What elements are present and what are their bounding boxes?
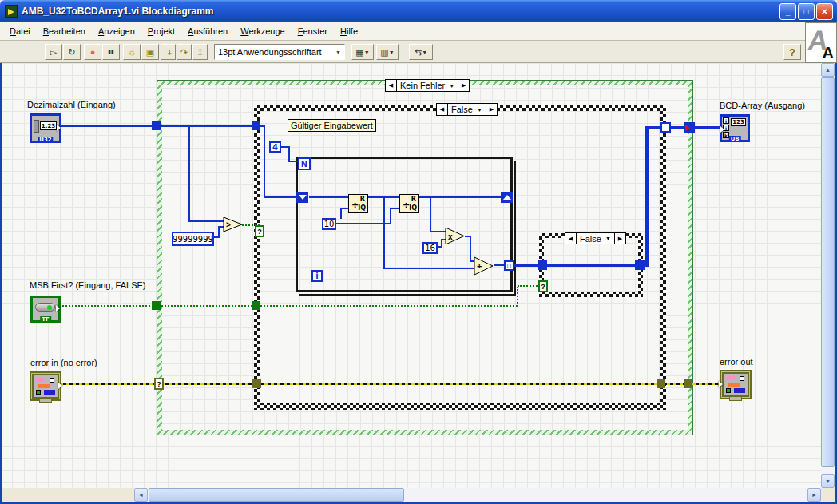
shift-register-right[interactable] <box>501 192 513 203</box>
menu-hilfe[interactable]: Hilfe <box>334 22 364 40</box>
scroll-left-button[interactable]: ◄ <box>134 488 148 502</box>
tunnel-boolean-inner[interactable] <box>252 301 260 310</box>
boolean-wire-segment[interactable] <box>517 287 518 307</box>
case-prev-icon[interactable]: ◀ <box>386 80 396 91</box>
vertical-scroll-thumb[interactable] <box>821 77 835 467</box>
scroll-down-button[interactable]: ▼ <box>821 474 835 488</box>
quotient-remainder-node-1[interactable]: ÷ R IQ <box>348 194 368 213</box>
minimize-button[interactable]: _ <box>779 3 796 20</box>
menu-fenster[interactable]: Fenster <box>292 22 334 40</box>
remainder2-wire-segment[interactable] <box>430 197 431 232</box>
tunnel-error-inner-right[interactable] <box>657 379 665 388</box>
case-next-icon[interactable]: ▶ <box>615 233 625 244</box>
tunnel-array-reverse-left[interactable] <box>538 260 547 270</box>
menu-datei[interactable]: Datei <box>3 22 37 40</box>
u32-wire-segment[interactable] <box>60 125 265 127</box>
run-continuous-icon[interactable]: ↻ <box>63 44 81 60</box>
step-over-icon[interactable]: ↷ <box>177 44 192 60</box>
constant-digit-count[interactable]: 4 <box>269 141 281 153</box>
u32-wire-segment[interactable] <box>264 196 298 198</box>
case-selector-label-error[interactable]: ◀ Kein Fehler▼ ▶ <box>385 79 470 92</box>
terminal-error-in[interactable] <box>30 371 61 401</box>
constant-max-value[interactable]: 99999999 <box>172 232 214 246</box>
loop-iteration-terminal[interactable]: i <box>311 270 323 282</box>
tunnel-array-reverse-right[interactable] <box>635 260 645 270</box>
vertical-scrollbar[interactable]: ▲ ▼ <box>821 63 835 488</box>
step-into-icon[interactable]: ↴ <box>161 44 176 60</box>
boolean-wire-segment[interactable] <box>60 305 518 307</box>
array-wire-segment[interactable] <box>514 264 539 267</box>
menu-projekt[interactable]: Projekt <box>141 22 181 40</box>
context-help-button[interactable]: ? <box>783 44 801 60</box>
highlight-execution-icon[interactable]: ☼ <box>123 44 141 60</box>
remainder-wire-segment[interactable] <box>383 268 474 269</box>
quotient-remainder-node-2[interactable]: ÷ R IQ <box>399 194 419 213</box>
maximize-button[interactable]: □ <box>798 3 815 20</box>
menu-bearbeiten[interactable]: Bearbeiten <box>37 22 92 40</box>
chevron-down-icon[interactable]: ▼ <box>605 236 611 241</box>
add-node[interactable]: + <box>474 256 494 279</box>
pause-icon[interactable]: ▮▮ <box>102 44 120 60</box>
loop-output-tunnel[interactable]: [] <box>504 260 514 271</box>
remainder-wire-segment[interactable] <box>383 197 385 269</box>
case-selector-label-reverse[interactable]: ◀ False▼ ▶ <box>565 232 626 244</box>
reorder-button[interactable]: ⇆▼ <box>409 44 433 60</box>
product-wire-segment[interactable] <box>470 236 471 262</box>
u32-wire-segment[interactable] <box>188 220 224 222</box>
chevron-down-icon[interactable]: ▼ <box>449 83 454 89</box>
case-prev-icon[interactable]: ◀ <box>565 233 576 244</box>
case-selector-label-valid-input[interactable]: ◀ False▼ ▶ <box>436 103 498 116</box>
base10-wire-segment[interactable] <box>390 208 391 224</box>
tunnel-u32-outer[interactable] <box>152 121 161 130</box>
abort-icon[interactable]: ● <box>84 44 101 60</box>
constant-16[interactable]: 16 <box>422 242 438 254</box>
case-selector-value[interactable]: False <box>451 105 473 114</box>
terminal-decimal-input[interactable]: 1.23 U32 <box>30 113 61 143</box>
scroll-right-button[interactable]: ► <box>807 488 821 502</box>
base10-wire-segment[interactable] <box>390 208 399 209</box>
step-out-icon[interactable]: ↥ <box>192 44 208 60</box>
menu-werkzeuge[interactable]: Werkzeuge <box>234 22 291 40</box>
run-button-icon[interactable]: ▻ <box>45 44 62 60</box>
base10-wire-segment[interactable] <box>340 208 342 219</box>
block-diagram-canvas[interactable]: ◀ Kein Fehler▼ ▶ ◀ False▼ ▶ ◀ False▼ ▶ G… <box>0 63 821 488</box>
terminal-error-out[interactable] <box>720 370 752 399</box>
array-wire-segment[interactable] <box>645 126 649 267</box>
horizontal-scroll-thumb[interactable] <box>149 488 404 502</box>
close-button[interactable]: ✕ <box>816 3 833 20</box>
distribute-objects-button[interactable]: ▥▼ <box>376 44 399 60</box>
shift-register-left[interactable] <box>296 192 308 203</box>
font-selector[interactable]: 13pt Anwendungsschriftart ▼ <box>214 44 345 60</box>
case-selector-terminal-error[interactable]: ? <box>154 378 164 390</box>
boolean-wire-segment[interactable] <box>518 285 541 287</box>
case-selector-terminal-reverse[interactable]: ? <box>538 280 548 292</box>
tunnel-array-outer-right[interactable] <box>684 122 695 133</box>
tunnel-u32-inner[interactable] <box>252 121 260 130</box>
remainder2-wire-segment[interactable] <box>430 231 446 232</box>
terminal-bcd-array-output[interactable]: i j k 123 U8 <box>720 114 750 142</box>
u32-wire-segment[interactable] <box>264 126 265 198</box>
scroll-up-button[interactable]: ▲ <box>821 63 835 77</box>
loop-count-terminal[interactable]: N <box>298 157 311 170</box>
menu-anzeigen[interactable]: Anzeigen <box>92 22 141 40</box>
tunnel-boolean-outer[interactable] <box>152 301 161 310</box>
n-wire-segment[interactable] <box>288 146 290 162</box>
chevron-down-icon[interactable]: ▼ <box>477 107 482 113</box>
terminal-msb-first-input[interactable]: TF <box>30 296 61 323</box>
loop-wire-segment[interactable] <box>309 196 348 198</box>
base10-wire-segment[interactable] <box>340 208 348 209</box>
array-wire-segment[interactable] <box>539 264 645 267</box>
horizontal-scrollbar[interactable]: ◄ ► <box>134 488 821 502</box>
case-prev-icon[interactable]: ◀ <box>437 104 447 115</box>
case-selector-value[interactable]: False <box>580 234 601 244</box>
multiply-node[interactable]: x <box>445 227 466 248</box>
tunnel-array-inner-right[interactable] <box>660 122 671 133</box>
u32-wire-segment[interactable] <box>188 126 190 222</box>
case-selector-terminal-valid[interactable]: ? <box>255 225 264 237</box>
free-label-comment[interactable]: Gültiger Eingabewert <box>288 119 376 132</box>
title-bar[interactable]: AMB_U32ToBCDArray1.vi Blockdiagramm _ □ … <box>0 0 837 22</box>
menu-ausfuehren[interactable]: Ausführen <box>181 22 234 40</box>
array-wire-segment[interactable] <box>645 126 721 129</box>
tunnel-error-inner-left[interactable] <box>252 379 261 388</box>
tunnel-error-outer-right[interactable] <box>684 379 692 388</box>
